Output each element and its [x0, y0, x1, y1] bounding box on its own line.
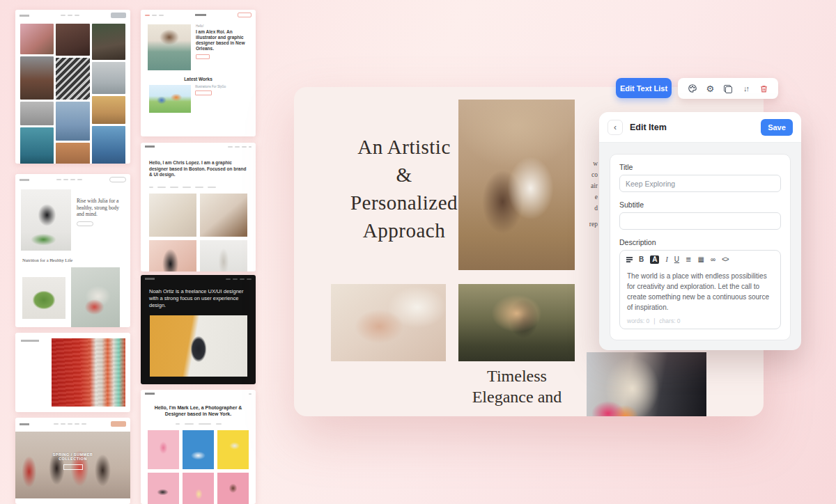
photo-fashion-models: SPRING / SUMMER COLLECTION: [15, 432, 130, 498]
text-fragment: w: [567, 158, 598, 169]
element-toolbar: ⚙ ↓↑: [678, 78, 778, 99]
template-thumbnail-julia[interactable]: Rise with Julia for a healthy, strong bo…: [15, 174, 130, 327]
photo-controller: [217, 430, 249, 469]
section-heading: Nutrition for a Healthy Life: [15, 251, 130, 262]
bold-icon[interactable]: B: [639, 256, 644, 263]
mini-sidebar: [21, 340, 46, 349]
mini-logo: [20, 15, 29, 17]
greeting-text: Hello!: [196, 24, 249, 28]
mini-nav: [145, 15, 164, 16]
text-fragment: e: [567, 191, 598, 203]
photo-bowl: [71, 267, 120, 327]
photo-hands-ring[interactable]: [331, 284, 446, 361]
photo-cone: [183, 473, 214, 504]
edit-text-list-button[interactable]: Edit Text List: [616, 78, 672, 98]
photo-phone: [149, 240, 196, 272]
canvas-caption[interactable]: Timeless Elegance and: [447, 365, 587, 407]
intro-text: Hello, I'm Mark Lee, a Photographer & De…: [141, 397, 256, 417]
photo-pineapple: [148, 430, 179, 469]
illustration-placeholder: [149, 85, 191, 113]
mini-cta-button: [77, 221, 93, 226]
filter-row: [141, 178, 256, 188]
palette-icon[interactable]: [687, 83, 698, 94]
footer-divider: |: [653, 317, 655, 324]
photo-bottles: [183, 430, 214, 469]
photo-placeholder: [56, 58, 89, 100]
template-thumbnail-art-gallery[interactable]: [15, 333, 130, 412]
italic-icon[interactable]: I: [665, 256, 667, 263]
photo-placeholder: [56, 24, 89, 56]
photo-placeholder: [92, 126, 125, 164]
photo-product: [200, 240, 247, 272]
photo-noah-portrait: [150, 315, 247, 377]
panel-header: ‹ Edit Item Save: [599, 112, 801, 143]
template-thumbnail-chris-lopez[interactable]: Hello, I am Chris Lopez. I am a graphic …: [141, 143, 256, 271]
photo-bride-groom[interactable]: [587, 352, 706, 416]
editor-footer: words: 0 | chars: 0: [627, 317, 681, 324]
subtitle-input[interactable]: [619, 212, 781, 230]
photo-couple-embrace[interactable]: [458, 100, 575, 270]
mini-nav: [249, 393, 251, 395]
photo-couple-field[interactable]: [458, 284, 575, 361]
align-icon[interactable]: [626, 256, 633, 264]
photo-placeholder: [56, 143, 89, 164]
photo-placeholder: [20, 56, 54, 100]
code-icon[interactable]: <>: [722, 256, 729, 263]
link-icon[interactable]: ∞: [711, 256, 715, 263]
mini-header: [15, 174, 130, 185]
description-textarea[interactable]: The world is a place with endless possib…: [620, 267, 780, 317]
back-chevron-button[interactable]: ‹: [607, 120, 623, 135]
text-fragment: d: [567, 203, 598, 214]
delete-trash-icon[interactable]: [758, 83, 769, 94]
underline-icon[interactable]: U: [674, 256, 679, 263]
photo-placeholder: [20, 24, 54, 54]
work-title: Illustrations For SlyGo: [195, 85, 226, 88]
headline-text: Rise with Julia for a healthy, strong bo…: [77, 198, 125, 218]
settings-gear-icon[interactable]: ⚙: [704, 83, 715, 94]
filter-row: [141, 417, 256, 425]
app-stage: Hello! I am Alex Roi. An illustrator and…: [0, 0, 836, 504]
text-fragment: rep: [567, 219, 598, 230]
hero-overlay: SPRING / SUMMER COLLECTION: [15, 452, 130, 470]
mini-logo: [145, 393, 155, 395]
photo-alex-portrait: [148, 24, 191, 70]
mini-nav: [228, 146, 251, 148]
mini-nav: [226, 278, 251, 280]
table-icon[interactable]: ▦: [697, 256, 704, 263]
photo-placeholder: [92, 62, 125, 94]
photo-placeholder: [56, 102, 89, 141]
reorder-icon[interactable]: ↓↑: [741, 83, 752, 94]
title-input[interactable]: [619, 175, 781, 192]
template-thumbnail-mark-lee[interactable]: Hello, I'm Mark Lee, a Photographer & De…: [141, 390, 256, 504]
mini-nav: [61, 15, 79, 16]
template-thumbnail-noah-ortiz[interactable]: Noah Ortiz is a freelance UX/UI designer…: [141, 275, 256, 384]
mini-logo: [195, 14, 206, 16]
intro-text: I am Alex Roi. An illustrator and graphi…: [196, 29, 249, 52]
mini-cta-button: [196, 54, 210, 59]
save-button[interactable]: Save: [761, 119, 793, 136]
mini-header: [141, 10, 256, 20]
caption-line: Timeless: [447, 365, 587, 386]
mini-button: [111, 13, 126, 18]
photo-placeholder: [20, 127, 54, 164]
mini-logo: [145, 145, 155, 148]
caption-line: Elegance and: [447, 386, 587, 407]
list-icon[interactable]: ≣: [686, 256, 691, 263]
text-color-icon[interactable]: A: [650, 255, 659, 264]
word-count: words: 0: [627, 317, 649, 324]
photo-salad: [22, 277, 65, 319]
template-thumbnail-alex-roi[interactable]: Hello! I am Alex Roi. An illustrator and…: [141, 10, 256, 136]
partially-hidden-text: w co air e d rep: [567, 158, 598, 230]
template-thumbnail-gallery[interactable]: [15, 10, 130, 164]
editor-toolbar: B A I U ≣ ▦ ∞ <>: [620, 251, 780, 267]
text-fragment: co: [567, 169, 598, 180]
duplicate-icon[interactable]: [722, 83, 734, 94]
mini-nav: [56, 179, 82, 180]
mini-header: [15, 418, 130, 430]
mini-logo: [20, 423, 29, 425]
template-thumbnail-fashion[interactable]: SPRING / SUMMER COLLECTION: [15, 418, 130, 504]
panel-form-card: Title Subtitle Description B A I U ≣ ▦ ∞…: [610, 154, 791, 340]
section-heading: Latest Works: [141, 77, 256, 81]
description-field-label: Description: [619, 238, 781, 246]
photo-placeholder: [20, 102, 54, 125]
